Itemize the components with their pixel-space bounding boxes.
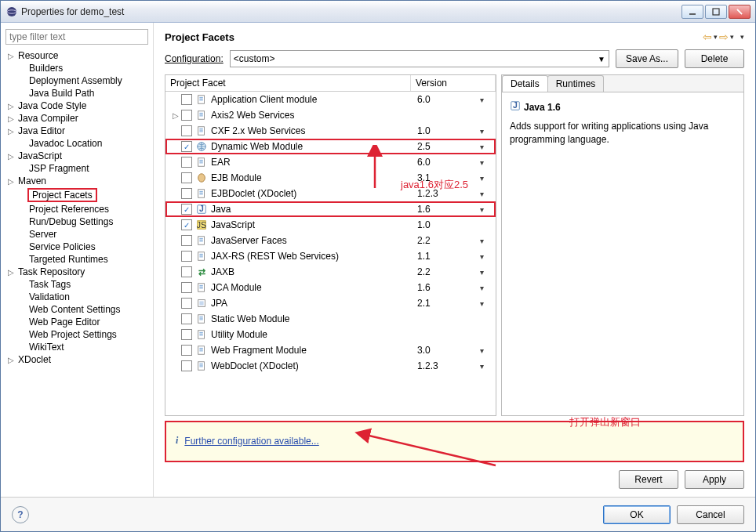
facet-checkbox[interactable] bbox=[181, 251, 192, 262]
sidebar-item[interactable]: Javadoc Location bbox=[5, 137, 148, 150]
cancel-button[interactable]: Cancel bbox=[677, 505, 744, 524]
facet-checkbox[interactable] bbox=[181, 235, 192, 246]
sidebar-item[interactable]: Project References bbox=[5, 203, 148, 215]
facet-row[interactable]: EJBDoclet (XDoclet)1.2.3▾ bbox=[165, 186, 496, 201]
version-dropdown-icon[interactable]: ▾ bbox=[480, 96, 496, 104]
facet-checkbox[interactable] bbox=[181, 125, 192, 136]
version-dropdown-icon[interactable]: ▾ bbox=[480, 362, 496, 371]
back-icon[interactable]: ⇦ bbox=[703, 31, 712, 43]
facet-row[interactable]: JavaServer Faces2.2▾ bbox=[165, 233, 496, 248]
sidebar-item-label: Run/Debug Settings bbox=[27, 216, 114, 227]
facet-checkbox[interactable] bbox=[181, 94, 192, 105]
sidebar-item[interactable]: Web Page Editor bbox=[5, 316, 148, 328]
facet-checkbox[interactable] bbox=[181, 141, 192, 152]
facet-checkbox[interactable] bbox=[181, 298, 192, 309]
sidebar-item[interactable]: Project Facets bbox=[5, 187, 148, 203]
version-dropdown-icon[interactable]: ▾ bbox=[480, 299, 496, 308]
sidebar-item[interactable]: Service Policies bbox=[5, 241, 148, 253]
minimize-button[interactable] bbox=[681, 5, 703, 19]
facet-row[interactable]: Dynamic Web Module2.5▾ bbox=[165, 139, 496, 154]
version-dropdown-icon[interactable]: ▾ bbox=[480, 284, 496, 292]
facet-checkbox[interactable] bbox=[181, 219, 192, 230]
sidebar-item[interactable]: JSP Fragment bbox=[5, 162, 148, 175]
sidebar-item[interactable]: ▷Resource bbox=[5, 49, 148, 62]
tab-details[interactable]: Details bbox=[502, 75, 548, 92]
maximize-button[interactable] bbox=[705, 5, 727, 19]
expand-icon: ▷ bbox=[5, 102, 16, 110]
apply-button[interactable]: Apply bbox=[685, 470, 744, 489]
facet-row[interactable]: ▷Axis2 Web Services bbox=[165, 107, 496, 123]
facet-checkbox[interactable] bbox=[181, 188, 192, 199]
save-as-button[interactable]: Save As... bbox=[616, 49, 678, 68]
version-dropdown-icon[interactable]: ▾ bbox=[480, 237, 496, 245]
ok-button[interactable]: OK bbox=[603, 505, 671, 524]
version-dropdown-icon[interactable]: ▾ bbox=[480, 127, 496, 136]
doc-icon bbox=[195, 344, 208, 356]
sidebar-item[interactable]: Run/Debug Settings bbox=[5, 215, 148, 228]
facet-checkbox[interactable] bbox=[181, 172, 192, 183]
facet-row[interactable]: Utility Module bbox=[165, 327, 496, 342]
facet-row[interactable]: JAX-RS (REST Web Services)1.1▾ bbox=[165, 248, 496, 264]
help-icon[interactable]: ? bbox=[12, 506, 29, 523]
sidebar-item[interactable]: Web Content Settings bbox=[5, 303, 148, 316]
facet-checkbox[interactable] bbox=[181, 157, 192, 168]
facet-checkbox[interactable] bbox=[181, 204, 192, 215]
tab-runtimes[interactable]: Runtimes bbox=[547, 75, 605, 92]
version-dropdown-icon[interactable]: ▾ bbox=[480, 346, 496, 355]
facet-row[interactable]: ⇄JAXB2.2▾ bbox=[165, 264, 496, 280]
sidebar-item[interactable]: Java Build Path bbox=[5, 87, 148, 100]
sidebar-item[interactable]: Web Project Settings bbox=[5, 328, 148, 341]
sidebar-item-label: Service Policies bbox=[27, 241, 97, 252]
sidebar-item[interactable]: ▷Maven bbox=[5, 175, 148, 187]
forward-icon[interactable]: ⇨ bbox=[719, 31, 729, 43]
facet-checkbox[interactable] bbox=[181, 345, 192, 356]
column-version[interactable]: Version bbox=[411, 75, 496, 91]
sidebar-item[interactable]: Task Tags bbox=[5, 278, 148, 291]
facet-checkbox[interactable] bbox=[181, 360, 192, 371]
facet-row[interactable]: CXF 2.x Web Services1.0▾ bbox=[165, 123, 496, 139]
version-dropdown-icon[interactable]: ▾ bbox=[480, 143, 496, 151]
close-button[interactable] bbox=[729, 5, 751, 19]
facet-row[interactable]: EAR6.0▾ bbox=[165, 154, 496, 170]
delete-button[interactable]: Delete bbox=[685, 49, 744, 68]
sidebar-item[interactable]: ▷Java Editor bbox=[5, 125, 148, 137]
sidebar-item[interactable]: Validation bbox=[5, 291, 148, 303]
filter-input[interactable] bbox=[5, 29, 148, 45]
facet-checkbox[interactable] bbox=[181, 313, 192, 324]
facet-checkbox[interactable] bbox=[181, 329, 192, 340]
facet-checkbox[interactable] bbox=[181, 266, 192, 277]
sidebar-item[interactable]: ▷Task Repository bbox=[5, 266, 148, 278]
facet-row[interactable]: Static Web Module bbox=[165, 311, 496, 327]
version-dropdown-icon[interactable]: ▾ bbox=[480, 190, 496, 198]
sidebar-item[interactable]: ▷Java Compiler bbox=[5, 112, 148, 125]
facet-checkbox[interactable] bbox=[181, 110, 192, 121]
sidebar-item[interactable]: ▷XDoclet bbox=[5, 353, 148, 366]
version-dropdown-icon[interactable]: ▾ bbox=[480, 252, 496, 261]
sidebar-item[interactable]: Targeted Runtimes bbox=[5, 253, 148, 266]
version-dropdown-icon[interactable]: ▾ bbox=[480, 158, 496, 167]
sidebar-item[interactable]: Builders bbox=[5, 62, 148, 74]
facet-row[interactable]: JJava1.6▾ bbox=[165, 201, 496, 217]
sidebar-item[interactable]: Server bbox=[5, 228, 148, 241]
version-dropdown-icon[interactable]: ▾ bbox=[480, 205, 496, 214]
facet-row[interactable]: EJB Module3.1▾ bbox=[165, 170, 496, 186]
facet-row[interactable]: JPA2.1▾ bbox=[165, 295, 496, 311]
facet-row[interactable]: Application Client module6.0▾ bbox=[165, 92, 496, 107]
column-facet[interactable]: Project Facet bbox=[165, 75, 411, 91]
sidebar-item[interactable]: Deployment Assembly bbox=[5, 74, 148, 87]
revert-button[interactable]: Revert bbox=[619, 470, 678, 489]
facet-row[interactable]: JCA Module1.6▾ bbox=[165, 280, 496, 295]
menu-icon[interactable]: ▾ bbox=[740, 33, 744, 41]
doc-icon bbox=[195, 125, 208, 137]
facet-row[interactable]: Web Fragment Module3.0▾ bbox=[165, 342, 496, 358]
facet-checkbox[interactable] bbox=[181, 282, 192, 293]
facet-row[interactable]: WebDoclet (XDoclet)1.2.3▾ bbox=[165, 358, 496, 374]
sidebar-item[interactable]: ▷Java Code Style bbox=[5, 100, 148, 112]
configuration-combo[interactable]: <custom> ▼ bbox=[230, 50, 609, 67]
version-dropdown-icon[interactable]: ▾ bbox=[480, 268, 496, 277]
sidebar-item[interactable]: ▷JavaScript bbox=[5, 150, 148, 162]
further-config-link[interactable]: Further configuration available... bbox=[184, 436, 318, 447]
sidebar-item[interactable]: WikiText bbox=[5, 341, 148, 353]
facet-row[interactable]: JSJavaScript1.0 bbox=[165, 217, 496, 233]
version-dropdown-icon[interactable]: ▾ bbox=[480, 174, 496, 183]
